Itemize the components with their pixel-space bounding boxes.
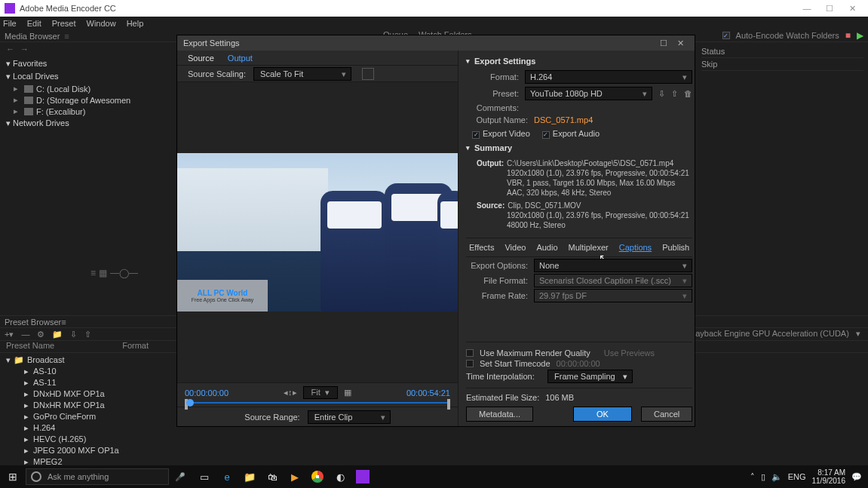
cancel-button[interactable]: Cancel — [641, 407, 692, 422]
tab-multiplexer[interactable]: Multiplexer — [569, 243, 609, 252]
maximize-button[interactable]: ☐ — [818, 4, 841, 14]
file-explorer-icon[interactable]: 📁 — [240, 467, 259, 486]
col-format[interactable]: Format — [122, 341, 149, 352]
dialog-maximize-icon[interactable]: ☐ — [655, 38, 672, 48]
delete-preset-icon[interactable]: — — [21, 330, 29, 339]
file-format-dropdown[interactable]: Scenarist Closed Caption File (.scc) — [534, 274, 692, 287]
crop-icon[interactable] — [362, 68, 374, 80]
set-start-tc-checkbox[interactable] — [466, 360, 474, 367]
auto-encode-checkbox[interactable]: ✓ — [722, 32, 730, 39]
drive-f[interactable]: ▸F: (Excalibur) — [6, 106, 175, 117]
safe-margins-icon[interactable]: ▦ — [344, 388, 351, 397]
playhead[interactable] — [186, 399, 194, 407]
drive-d[interactable]: ▸D: (Storage of Awesomen — [6, 94, 175, 106]
menu-help[interactable]: Help — [127, 19, 144, 28]
minimize-button[interactable]: — — [796, 4, 818, 13]
tree-network-drives[interactable]: ▾ Network Drives — [6, 117, 175, 130]
panel-menu-icon[interactable]: ≡ — [64, 32, 69, 41]
import-preset-icon[interactable]: ⇧ — [671, 89, 678, 99]
export-audio-check[interactable]: ✓Export Audio — [542, 129, 600, 139]
frame-rate-dropdown[interactable]: 29.97 fps DF — [534, 289, 692, 302]
start-button[interactable]: ⊞ — [0, 471, 26, 483]
tab-output[interactable]: Output — [228, 54, 253, 63]
action-center-icon[interactable]: 💬 — [851, 472, 862, 482]
tree-favorites[interactable]: ▾ Favorites — [6, 57, 175, 70]
chrome-icon[interactable] — [308, 467, 327, 486]
movies-icon[interactable]: ▶ — [285, 467, 305, 486]
tab-video[interactable]: Video — [505, 243, 526, 252]
drive-c[interactable]: ▸C: (Local Disk) — [6, 83, 175, 94]
new-folder-icon[interactable]: 📁 — [52, 330, 63, 339]
source-scaling-dropdown[interactable]: Scale To Fit — [253, 67, 351, 81]
preset-item[interactable]: ▸HEVC (H.265) — [6, 434, 868, 445]
aspect-icon[interactable]: ◂↕▸ — [284, 388, 297, 397]
summary-section[interactable]: ▾Summary — [466, 143, 692, 152]
tray-up-icon[interactable]: ˄ — [750, 472, 755, 482]
zoom-slider[interactable]: —◯— — [110, 268, 138, 278]
tray-volume-icon[interactable]: 🔈 — [771, 472, 782, 482]
start-queue-icon[interactable]: ▶ — [857, 30, 863, 41]
tab-publish[interactable]: Publish — [662, 243, 689, 252]
time-interp-dropdown[interactable]: Frame Sampling▾ — [547, 370, 633, 383]
export-options-dropdown[interactable]: None — [534, 259, 692, 272]
window-titlebar: Adobe Media Encoder CC — ☐ ✕ — [0, 0, 868, 17]
menu-file[interactable]: File — [3, 19, 17, 28]
source-range-dropdown[interactable]: Entire Clip — [308, 410, 391, 424]
out-point-handle[interactable] — [447, 399, 450, 410]
export-video-check[interactable]: ✓Export Video — [472, 129, 530, 139]
thumbnail-view-icon[interactable]: ▦ — [99, 268, 107, 278]
menu-edit[interactable]: Edit — [27, 19, 41, 28]
tree-local-drives[interactable]: ▾ Local Drives — [6, 70, 175, 83]
close-button[interactable]: ✕ — [841, 4, 863, 14]
dialog-titlebar[interactable]: Export Settings ☐ ✕ — [177, 35, 695, 51]
edge-icon[interactable]: e — [217, 467, 237, 486]
nav-back-icon[interactable]: ← — [6, 45, 14, 54]
tray-clock[interactable]: 8:17 AM 11/9/2016 — [812, 468, 846, 485]
tray-lang[interactable]: ENG — [788, 472, 806, 481]
nav-forward-icon[interactable]: → — [20, 45, 29, 54]
zoom-fit-dropdown[interactable]: Fit ▾ — [303, 386, 338, 399]
export-preset-icon[interactable]: ⇧ — [84, 330, 91, 339]
cortana-mic-icon[interactable]: 🎤 — [175, 472, 186, 482]
format-dropdown[interactable]: H.264 — [525, 70, 692, 84]
tab-source[interactable]: Source — [188, 54, 214, 63]
timecode-in[interactable]: 00:00:00:00 — [185, 388, 229, 397]
taskbar-apps: ▭ e 📁 🛍 ▶ ◐ — [195, 467, 373, 486]
preset-dropdown[interactable]: YouTube 1080p HD — [525, 87, 652, 100]
max-render-checkbox[interactable] — [466, 349, 474, 357]
ame-taskbar-icon[interactable] — [353, 467, 373, 486]
time-interp-label: Time Interpolation: — [466, 372, 541, 381]
windows-taskbar: ⊞ Ask me anything 🎤 ▭ e 📁 🛍 ▶ ◐ ˄ ▯ 🔈 EN… — [0, 465, 868, 488]
task-view-icon[interactable]: ▭ — [195, 467, 214, 486]
obs-icon[interactable]: ◐ — [330, 467, 350, 486]
preset-item[interactable]: ▸JPEG 2000 MXF OP1a — [6, 445, 868, 456]
output-name-link[interactable]: DSC_0571.mp4 — [534, 115, 593, 124]
delete-preset-icon[interactable]: 🗑 — [684, 89, 692, 99]
menu-preset[interactable]: Preset — [52, 19, 76, 28]
timeline-track[interactable] — [185, 402, 450, 404]
timecode-out[interactable]: 00:00:54:21 — [406, 388, 450, 397]
export-settings-section[interactable]: ▾Export Settings — [466, 57, 692, 66]
tab-audio[interactable]: Audio — [536, 243, 557, 252]
stop-queue-icon[interactable]: ■ — [845, 30, 851, 41]
col-name[interactable]: Preset Name — [6, 341, 54, 352]
tray-network-icon[interactable]: ▯ — [761, 472, 765, 482]
tab-captions[interactable]: Captions — [619, 243, 652, 252]
panel-menu-icon[interactable]: ≡ — [61, 318, 66, 327]
menu-window[interactable]: Window — [87, 19, 116, 28]
settings-tabs: Effects Video Audio Multiplexer Captions… — [466, 238, 692, 257]
ok-button[interactable]: OK — [573, 407, 632, 422]
add-preset-icon[interactable]: +▾ — [5, 330, 14, 339]
preview-area[interactable]: ALL PC World Free Apps One Click Away — [177, 82, 458, 382]
auto-encode-label: Auto-Encode Watch Folders — [736, 31, 839, 40]
cortana-search[interactable]: Ask me anything — [26, 468, 169, 485]
queue-col-status: Status — [701, 45, 863, 58]
metadata-button[interactable]: Metadata... — [466, 407, 533, 422]
store-icon[interactable]: 🛍 — [262, 467, 282, 486]
tab-effects[interactable]: Effects — [469, 243, 494, 252]
save-preset-icon[interactable]: ⇩ — [658, 89, 665, 99]
list-view-icon[interactable]: ≡ — [90, 268, 96, 278]
dialog-close-icon[interactable]: ✕ — [672, 38, 689, 48]
import-preset-icon[interactable]: ⇩ — [70, 330, 77, 339]
preset-settings-icon[interactable]: ⚙ — [37, 330, 44, 339]
